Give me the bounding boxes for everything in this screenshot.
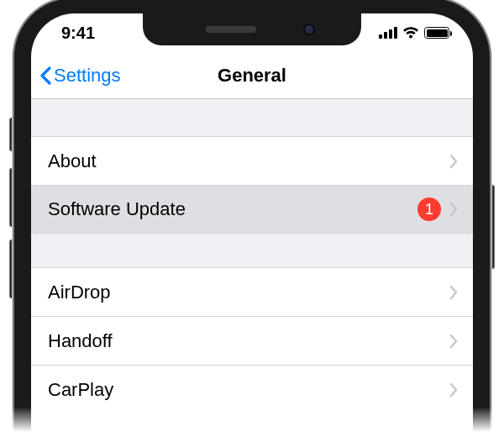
chevron-right-icon xyxy=(449,334,458,349)
chevron-right-icon xyxy=(449,382,458,398)
back-button[interactable]: Settings xyxy=(39,65,121,87)
chevron-right-icon xyxy=(449,154,458,169)
status-time: 9:41 xyxy=(61,24,95,43)
wifi-icon xyxy=(402,27,419,40)
notification-badge: 1 xyxy=(417,198,441,221)
cellular-signal-icon xyxy=(379,27,397,39)
speaker xyxy=(206,26,256,33)
cell-software-update[interactable]: Software Update 1 xyxy=(31,185,473,234)
back-label: Settings xyxy=(54,65,121,87)
cell-about[interactable]: About xyxy=(31,136,473,185)
cell-airdrop[interactable]: AirDrop xyxy=(31,267,473,316)
cell-carplay[interactable]: CarPlay xyxy=(31,365,473,414)
notch xyxy=(143,13,361,45)
section-gap xyxy=(31,99,473,136)
content[interactable]: About Software Update 1 AirDrop xyxy=(31,99,473,414)
chevron-left-icon xyxy=(39,66,52,86)
battery-icon xyxy=(424,27,449,39)
cell-label: CarPlay xyxy=(48,379,113,401)
screen: 9:41 Settings General xyxy=(31,13,473,432)
section-gap xyxy=(31,234,473,267)
chevron-right-icon xyxy=(449,285,458,300)
cell-label: Software Update xyxy=(48,198,186,220)
camera xyxy=(303,24,315,35)
cell-label: About xyxy=(48,150,97,172)
cell-label: AirDrop xyxy=(48,282,111,303)
cell-handoff[interactable]: Handoff xyxy=(31,316,473,365)
nav-bar: Settings General xyxy=(31,52,473,99)
chevron-right-icon xyxy=(449,202,458,217)
cell-label: Handoff xyxy=(48,330,113,352)
device-frame: 9:41 Settings General xyxy=(14,0,490,432)
